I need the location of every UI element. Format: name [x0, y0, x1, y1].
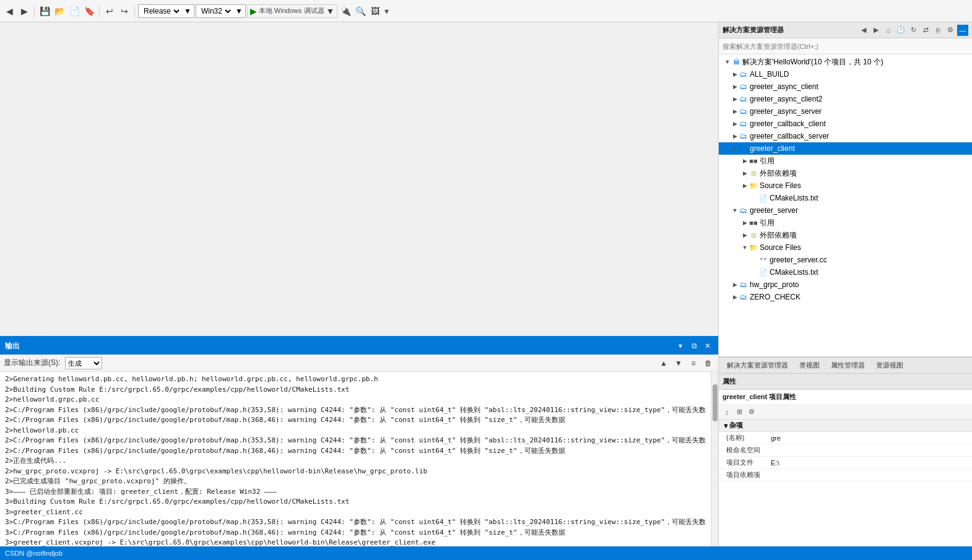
run-button[interactable]: ▶ 本地 Windows 调试器 ▼ — [247, 4, 338, 18]
undo-button[interactable]: ↩ — [103, 4, 116, 18]
tab-property-manager-label: 属性管理器 — [831, 361, 865, 370]
tree-icon: 📁 — [749, 243, 758, 252]
tree-arrow: ▶ — [741, 182, 749, 189]
tree-item[interactable]: ▶ 📁 Source Files — [719, 179, 972, 192]
output-minimize-button[interactable]: ▾ — [675, 340, 686, 351]
props-sort-btn[interactable]: ↕ — [721, 407, 732, 418]
output-down-button[interactable]: ▼ — [672, 357, 685, 369]
find-button[interactable]: 🔍 — [354, 4, 367, 18]
tree-arrow: ▶ — [731, 71, 739, 78]
sep2 — [99, 5, 100, 17]
se-home[interactable]: ⌂ — [883, 25, 894, 36]
source-select[interactable]: 生成 — [65, 357, 102, 369]
tree-item[interactable]: ▼ 🗂 greeter_server — [719, 204, 972, 217]
tree-label: CMakeLists.txt — [770, 194, 818, 202]
output-float-button[interactable]: ⧉ — [688, 340, 700, 351]
output-line: 3>C:/Program Files (x86)/grpc/include/go… — [5, 528, 706, 538]
tree-item[interactable]: ▶ ■■ 引用 — [719, 155, 972, 167]
tree-arrow: ▶ — [741, 157, 749, 165]
se-sync[interactable]: ⇄ — [920, 25, 931, 36]
se-refresh[interactable]: ↻ — [908, 25, 919, 36]
se-nav-back[interactable]: ◀ — [858, 25, 869, 36]
tree-item[interactable]: ▶ 🗂 greeter_async_server — [719, 105, 972, 118]
prop-value: gre — [768, 434, 972, 442]
tree-item[interactable]: ▶ ⊞ 外部依赖项 — [719, 229, 972, 241]
output-line: 2>helloworld.grpc.pb.cc — [5, 395, 706, 405]
tree-label: 引用 — [760, 156, 775, 166]
tab-class-view[interactable]: 类视图 — [794, 359, 825, 373]
new-file-button[interactable]: 📄 — [67, 4, 81, 18]
tree-arrow: ▶ — [731, 132, 739, 140]
tree-item[interactable]: ▶ 🗂 greeter_callback_client — [719, 118, 972, 130]
tree-item[interactable]: ▶ 🗂 ALL_BUILD — [719, 68, 972, 80]
tree-item[interactable]: ⁺⁺ greeter_server.cc — [719, 254, 972, 266]
forward-button[interactable]: ▶ — [17, 4, 31, 18]
tree-item[interactable]: ▶ 🗂 greeter_async_client2 — [719, 93, 972, 105]
tree-item[interactable]: ▶ 🗂 greeter_callback_server — [719, 130, 972, 142]
prop-group-misc[interactable]: ▼ 杂项 — [719, 420, 972, 432]
platform-select[interactable]: Win32 — [199, 6, 233, 16]
panel-tabs: 解决方案资源管理器 类视图 属性管理器 资源视图 — [719, 357, 972, 373]
output-clear-button[interactable]: 🗑 — [702, 357, 714, 369]
run-label: 本地 Windows 调试器 — [259, 6, 324, 15]
prop-value: E:\ — [768, 459, 972, 467]
tree-icon: ⊞ — [749, 168, 758, 178]
tree-root[interactable]: ▼ 🏛 解决方案'HelloWorld'(10 个项目，共 10 个) — [719, 56, 972, 68]
output-close-button[interactable]: ✕ — [702, 340, 713, 351]
se-collapse[interactable]: — — [957, 25, 968, 36]
se-history[interactable]: 🕐 — [895, 25, 906, 36]
se-copy[interactable]: ⎘ — [932, 25, 944, 36]
tree-item[interactable]: 📄 CMakeLists.txt — [719, 192, 972, 204]
tree-item[interactable]: ▶ 🗂 hw_grpc_proto — [719, 278, 972, 291]
attach-button[interactable]: 🔌 — [339, 4, 352, 18]
tree-item[interactable]: ▼ 🗂 greeter_client — [719, 142, 972, 155]
output-line: 2>已完成生成项目 "hw_grpc_proto.vcxproj" 的操作。 — [5, 476, 706, 487]
properties-header: 属性 — [719, 374, 972, 390]
tree-icon: 🗂 — [739, 69, 749, 79]
solution-explorer-search[interactable] — [719, 38, 972, 54]
tree-item[interactable]: ▶ 🗂 ZERO_CHECK — [719, 291, 972, 303]
root-arrow: ▼ — [724, 58, 731, 66]
output-scrollbar-y[interactable] — [711, 372, 718, 546]
config-select[interactable]: Release — [141, 6, 181, 16]
open-button[interactable]: 📂 — [53, 4, 66, 18]
props-group-btn[interactable]: ⊞ — [734, 407, 745, 418]
output-wrap-button[interactable]: ≡ — [687, 357, 700, 369]
statusbar-csdn: CSDN @notfindjob — [5, 549, 63, 557]
tab-property-manager[interactable]: 属性管理器 — [825, 359, 870, 373]
scroll-thumb[interactable] — [713, 384, 718, 421]
platform-dropdown[interactable]: Win32 ▼ — [196, 4, 246, 18]
tree-item[interactable]: ▶ ■■ 引用 — [719, 217, 972, 229]
se-settings[interactable]: ⚙ — [945, 25, 956, 36]
solution-explorer-search-input[interactable] — [722, 43, 968, 50]
props-settings-btn[interactable]: ⚙ — [746, 407, 757, 418]
tree-label: 外部依赖项 — [760, 230, 797, 241]
config-dropdown[interactable]: Release ▼ — [138, 4, 194, 18]
prop-row: (名称) gre — [719, 432, 972, 444]
screenshot-button[interactable]: 🖼 — [368, 4, 382, 18]
back-button[interactable]: ◀ — [2, 4, 16, 18]
tree-icon: 🗂 — [739, 131, 749, 141]
tree-item[interactable]: ▶ ⊞ 外部依赖项 — [719, 167, 972, 179]
output-line: 3>——— 已启动全部重新生成: 项目: greeter_client，配置: … — [5, 487, 706, 498]
bookmark-button[interactable]: 🔖 — [82, 4, 96, 18]
tree-item[interactable]: 📄 CMakeLists.txt — [719, 266, 972, 278]
se-nav-forward[interactable]: ▶ — [870, 25, 882, 36]
save-all-button[interactable]: 💾 — [38, 4, 51, 18]
prop-row: 项目依赖项 — [719, 469, 972, 481]
tree-icon: ⊞ — [749, 230, 758, 240]
tree-item[interactable]: ▶ 🗂 greeter_async_client — [719, 80, 972, 93]
tree-label: 外部依赖项 — [760, 168, 797, 179]
tree-icon: 📄 — [758, 267, 768, 277]
solution-tree[interactable]: ▼ 🏛 解决方案'HelloWorld'(10 个项目，共 10 个) ▶ 🗂 … — [719, 54, 972, 356]
output-up-button[interactable]: ▲ — [657, 357, 670, 369]
tree-item[interactable]: ▼ 📁 Source Files — [719, 241, 972, 254]
tab-solution-explorer[interactable]: 解决方案资源管理器 — [721, 359, 794, 373]
output-panel-header: 输出 ▾ ⧉ ✕ — [0, 337, 718, 355]
tree-icon: 🗂 — [739, 280, 749, 290]
output-line: 2>C:/Program Files (x86)/grpc/include/go… — [5, 446, 706, 457]
root-icon: 🏛 — [731, 57, 741, 67]
tab-resource-view[interactable]: 资源视图 — [870, 359, 909, 373]
redo-button[interactable]: ↪ — [118, 4, 131, 18]
statusbar: CSDN @notfindjob — [0, 546, 972, 560]
